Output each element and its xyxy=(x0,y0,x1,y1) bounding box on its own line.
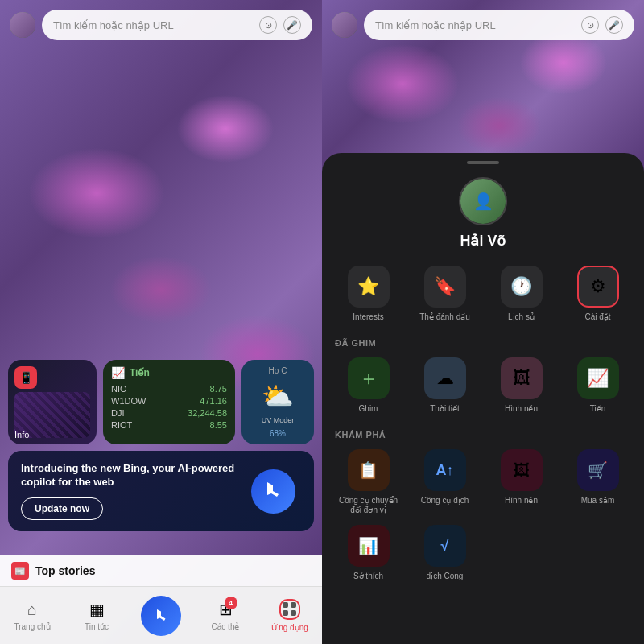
hobby-icon-box: 📊 xyxy=(348,525,390,567)
table-row: RIOT 8.55 xyxy=(111,420,227,430)
camera-icon-right[interactable]: ⊙ xyxy=(581,16,599,34)
bing-banner-text: Introducing the new Bing, your AI-powere… xyxy=(21,462,245,520)
search-icons-left: ⊙ 🎤 xyxy=(259,16,301,34)
home-icon: ⌂ xyxy=(27,601,37,619)
stocks-widget[interactable]: 📈 Tiến NIO 8.75 W1DOW 471.16 DJI 32,244.… xyxy=(103,360,235,444)
apps-dot-2 xyxy=(291,602,296,608)
profile-section: 👤 Hải Võ xyxy=(335,177,631,250)
history-icon: 🕐 xyxy=(510,276,532,297)
search-placeholder-right: Tìm kiếm hoặc nhập URL xyxy=(375,19,496,31)
stock-name-2: W1DOW xyxy=(111,396,146,406)
nav-item-home[interactable]: ⌂ Trang chủ xyxy=(0,594,64,638)
nav-item-news[interactable]: ▦ Tin tức xyxy=(64,593,129,638)
history-label: Lịch sử xyxy=(508,312,535,322)
explore-item-translate[interactable]: A↑ Công cụ dịch xyxy=(411,449,478,515)
stock-name-3: DJI xyxy=(111,408,125,418)
pinned-item-wallpaper[interactable]: 🖼 Hình nền xyxy=(488,357,555,414)
interests-icon: ⭐ xyxy=(357,276,379,297)
converter-icon: 📋 xyxy=(358,460,378,480)
dich-label: dịch Cong xyxy=(427,572,464,581)
pinned-stocks-icon-box: 📈 xyxy=(577,357,619,399)
shopping-icon: 🛒 xyxy=(588,460,608,480)
avatar[interactable] xyxy=(10,12,35,38)
pinned-weather-icon: ☁ xyxy=(436,368,454,389)
menu-item-bookmarks[interactable]: 🔖 Thẻ đánh dấu xyxy=(411,266,478,322)
pinned-wallpaper-label: Hình nền xyxy=(505,404,538,414)
table-row: W1DOW 471.16 xyxy=(111,396,227,406)
settings-icon: ⚙ xyxy=(590,276,606,297)
pinned-wallpaper-icon-box: 🖼 xyxy=(501,357,543,399)
left-panel: Tìm kiếm hoặc nhập URL ⊙ 🎤 📱 Info 📈 Tiến xyxy=(0,0,322,644)
explore-item-dich[interactable]: √ dịch Cong xyxy=(411,525,478,581)
menu-item-interests[interactable]: ⭐ Interests xyxy=(335,266,402,322)
pinned-item-stocks[interactable]: 📈 Tiến xyxy=(564,357,631,414)
wallpaper-info-label: Info xyxy=(14,430,29,440)
tabs-badge: 4 xyxy=(225,597,237,609)
avatar-image: 👤 xyxy=(460,179,506,224)
pinned-section-header: ĐÃ GHIM xyxy=(335,338,631,348)
mic-icon[interactable]: 🎤 xyxy=(283,16,301,34)
converter-icon-box: 📋 xyxy=(348,449,390,491)
converter-label: Công cụ chuyển đổi đơn vị xyxy=(335,496,402,515)
pinned-item-weather[interactable]: ☁ Thời tiết xyxy=(411,357,478,414)
nav-item-bing[interactable] xyxy=(129,589,193,642)
stock-price-3: 32,244.58 xyxy=(188,408,227,418)
apps-icon-container xyxy=(279,599,300,620)
ghim-icon: ＋ xyxy=(359,365,378,391)
dich-icon-box: √ xyxy=(424,525,466,567)
settings-label: Cài đặt xyxy=(584,312,610,322)
nav-label-tabs: Các thẻ xyxy=(212,622,240,631)
ghim-icon-box: ＋ xyxy=(348,357,390,399)
wallpaper-icon: 📱 xyxy=(14,366,37,389)
right-panel: Tìm kiếm hoặc nhập URL ⊙ 🎤 👤 Hải Võ ⭐ In… xyxy=(322,0,644,644)
wallpaper-widget[interactable]: 📱 Info xyxy=(8,360,97,444)
nav-item-apps[interactable]: Ứng dụng xyxy=(258,592,322,638)
stocks-header: 📈 Tiến xyxy=(111,366,227,379)
interests-icon-box: ⭐ xyxy=(348,266,390,308)
tabs-badge-container: ⊞ 4 xyxy=(219,600,233,619)
ghim-label: Ghim xyxy=(359,404,378,414)
stock-name-1: NIO xyxy=(111,384,127,394)
search-bar-right[interactable]: Tìm kiếm hoặc nhập URL ⊙ 🎤 xyxy=(364,10,634,40)
apps-grid-icon xyxy=(283,602,297,617)
pinned-weather-label: Thời tiết xyxy=(430,404,459,414)
nav-label-news: Tin tức xyxy=(85,622,109,631)
widgets-row-top: 📱 Info 📈 Tiến NIO 8.75 W1DOW 471.16 xyxy=(8,360,314,444)
mic-icon-right[interactable]: 🎤 xyxy=(605,16,623,34)
explore-item-shopping[interactable]: 🛒 Mua sắm xyxy=(564,449,631,515)
top-stories-label: Top stories xyxy=(35,564,95,577)
background-flowers-left xyxy=(0,0,322,644)
update-now-button[interactable]: Update now xyxy=(21,497,103,520)
nav-item-tabs[interactable]: ⊞ 4 Các thẻ xyxy=(193,593,258,638)
stock-price-1: 8.75 xyxy=(210,384,227,394)
pinned-stocks-label: Tiến xyxy=(590,404,606,414)
search-bar-left[interactable]: Tìm kiếm hoặc nhập URL ⊙ 🎤 xyxy=(42,10,312,40)
shopping-label: Mua sắm xyxy=(581,496,615,506)
profile-avatar: 👤 xyxy=(459,177,507,225)
pinned-grid: ＋ Ghim ☁ Thời tiết 🖼 Hình nền 📈 xyxy=(335,357,631,414)
bookmarks-icon: 🔖 xyxy=(434,276,456,297)
explore-item-converter[interactable]: 📋 Công cụ chuyển đổi đơn vị xyxy=(335,449,402,515)
wallpaper2-icon: 🖼 xyxy=(514,461,530,480)
avatar-right[interactable] xyxy=(332,12,357,38)
right-top-bar: Tìm kiếm hoặc nhập URL ⊙ 🎤 xyxy=(322,0,644,47)
bing-logo-icon xyxy=(251,469,295,514)
bottom-sheet: 👤 Hải Võ ⭐ Interests 🔖 Thẻ đánh dấu 🕐 xyxy=(322,153,644,644)
weather-humidity: 68% xyxy=(270,429,286,438)
translate-label: Công cụ dịch xyxy=(421,496,469,506)
menu-item-settings[interactable]: ⚙ Cài đặt xyxy=(564,266,631,322)
explore-item-hobby[interactable]: 📊 Sở thích xyxy=(335,525,402,581)
weather-widget[interactable]: Ho C ⛅ UV Moder 68% xyxy=(242,360,314,444)
widgets-area: 📱 Info 📈 Tiến NIO 8.75 W1DOW 471.16 xyxy=(0,352,322,539)
wallpaper2-icon-box: 🖼 xyxy=(501,449,543,491)
pinned-stocks-icon: 📈 xyxy=(587,368,609,389)
camera-icon[interactable]: ⊙ xyxy=(259,16,277,34)
explore-item-wallpaper2[interactable]: 🖼 Hình nền xyxy=(488,449,555,515)
apps-dot-4 xyxy=(291,610,296,616)
stock-price-2: 471.16 xyxy=(200,396,227,406)
menu-item-history[interactable]: 🕐 Lịch sử xyxy=(488,266,555,322)
left-top-bar: Tìm kiếm hoặc nhập URL ⊙ 🎤 xyxy=(0,0,322,47)
pinned-item-ghim[interactable]: ＋ Ghim xyxy=(335,357,402,414)
main-menu-grid: ⭐ Interests 🔖 Thẻ đánh dấu 🕐 Lịch sử ⚙ xyxy=(335,266,631,322)
nav-label-apps: Ứng dụng xyxy=(271,623,308,632)
